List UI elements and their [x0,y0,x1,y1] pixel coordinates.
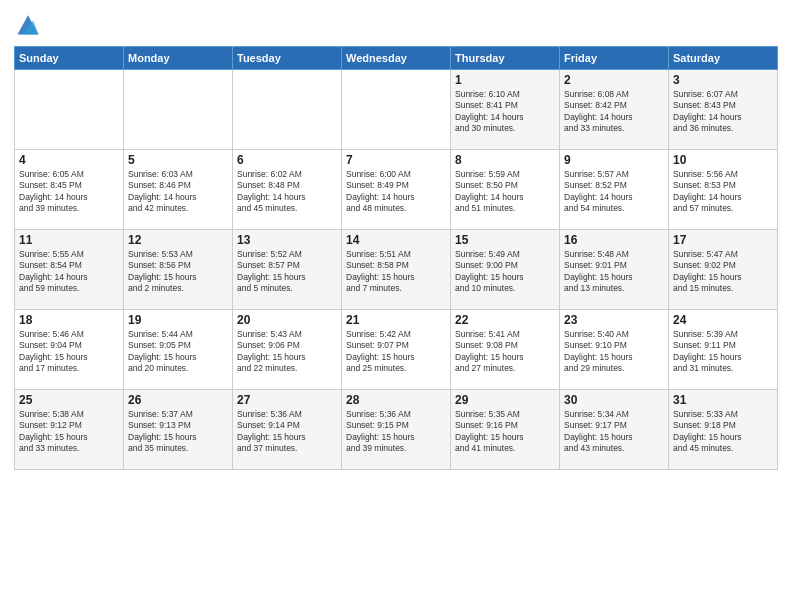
day-info: Sunrise: 5:37 AM Sunset: 9:13 PM Dayligh… [128,409,228,455]
day-info: Sunrise: 5:55 AM Sunset: 8:54 PM Dayligh… [19,249,119,295]
calendar-week-5: 25Sunrise: 5:38 AM Sunset: 9:12 PM Dayli… [15,390,778,470]
day-info: Sunrise: 6:03 AM Sunset: 8:46 PM Dayligh… [128,169,228,215]
calendar-cell: 15Sunrise: 5:49 AM Sunset: 9:00 PM Dayli… [451,230,560,310]
calendar-cell: 28Sunrise: 5:36 AM Sunset: 9:15 PM Dayli… [342,390,451,470]
day-info: Sunrise: 5:43 AM Sunset: 9:06 PM Dayligh… [237,329,337,375]
day-number: 30 [564,393,664,407]
calendar-cell: 21Sunrise: 5:42 AM Sunset: 9:07 PM Dayli… [342,310,451,390]
weekday-header-saturday: Saturday [669,47,778,70]
day-number: 23 [564,313,664,327]
weekday-header-monday: Monday [124,47,233,70]
calendar-cell: 13Sunrise: 5:52 AM Sunset: 8:57 PM Dayli… [233,230,342,310]
weekday-header-row: SundayMondayTuesdayWednesdayThursdayFrid… [15,47,778,70]
day-info: Sunrise: 6:07 AM Sunset: 8:43 PM Dayligh… [673,89,773,135]
day-number: 31 [673,393,773,407]
day-number: 24 [673,313,773,327]
day-number: 27 [237,393,337,407]
day-info: Sunrise: 5:36 AM Sunset: 9:14 PM Dayligh… [237,409,337,455]
day-number: 13 [237,233,337,247]
day-info: Sunrise: 5:42 AM Sunset: 9:07 PM Dayligh… [346,329,446,375]
calendar-cell: 24Sunrise: 5:39 AM Sunset: 9:11 PM Dayli… [669,310,778,390]
day-number: 2 [564,73,664,87]
calendar-week-2: 4Sunrise: 6:05 AM Sunset: 8:45 PM Daylig… [15,150,778,230]
day-number: 14 [346,233,446,247]
day-number: 16 [564,233,664,247]
day-info: Sunrise: 5:57 AM Sunset: 8:52 PM Dayligh… [564,169,664,215]
calendar-cell: 9Sunrise: 5:57 AM Sunset: 8:52 PM Daylig… [560,150,669,230]
day-number: 15 [455,233,555,247]
calendar-header: SundayMondayTuesdayWednesdayThursdayFrid… [15,47,778,70]
header [14,10,778,38]
page-container: SundayMondayTuesdayWednesdayThursdayFrid… [0,0,792,478]
calendar-cell: 31Sunrise: 5:33 AM Sunset: 9:18 PM Dayli… [669,390,778,470]
calendar-cell: 4Sunrise: 6:05 AM Sunset: 8:45 PM Daylig… [15,150,124,230]
calendar-cell: 29Sunrise: 5:35 AM Sunset: 9:16 PM Dayli… [451,390,560,470]
day-info: Sunrise: 5:35 AM Sunset: 9:16 PM Dayligh… [455,409,555,455]
day-number: 25 [19,393,119,407]
day-number: 7 [346,153,446,167]
day-number: 6 [237,153,337,167]
calendar-cell: 30Sunrise: 5:34 AM Sunset: 9:17 PM Dayli… [560,390,669,470]
day-info: Sunrise: 6:10 AM Sunset: 8:41 PM Dayligh… [455,89,555,135]
calendar-cell: 1Sunrise: 6:10 AM Sunset: 8:41 PM Daylig… [451,70,560,150]
weekday-header-wednesday: Wednesday [342,47,451,70]
calendar-cell: 27Sunrise: 5:36 AM Sunset: 9:14 PM Dayli… [233,390,342,470]
calendar-cell [233,70,342,150]
day-info: Sunrise: 5:49 AM Sunset: 9:00 PM Dayligh… [455,249,555,295]
calendar-cell: 3Sunrise: 6:07 AM Sunset: 8:43 PM Daylig… [669,70,778,150]
day-number: 9 [564,153,664,167]
day-info: Sunrise: 5:40 AM Sunset: 9:10 PM Dayligh… [564,329,664,375]
day-info: Sunrise: 5:41 AM Sunset: 9:08 PM Dayligh… [455,329,555,375]
day-info: Sunrise: 6:08 AM Sunset: 8:42 PM Dayligh… [564,89,664,135]
day-number: 26 [128,393,228,407]
weekday-header-sunday: Sunday [15,47,124,70]
calendar-cell: 23Sunrise: 5:40 AM Sunset: 9:10 PM Dayli… [560,310,669,390]
day-info: Sunrise: 5:59 AM Sunset: 8:50 PM Dayligh… [455,169,555,215]
calendar-cell: 22Sunrise: 5:41 AM Sunset: 9:08 PM Dayli… [451,310,560,390]
calendar-cell: 2Sunrise: 6:08 AM Sunset: 8:42 PM Daylig… [560,70,669,150]
day-number: 11 [19,233,119,247]
day-number: 12 [128,233,228,247]
day-info: Sunrise: 5:33 AM Sunset: 9:18 PM Dayligh… [673,409,773,455]
weekday-header-thursday: Thursday [451,47,560,70]
day-info: Sunrise: 5:46 AM Sunset: 9:04 PM Dayligh… [19,329,119,375]
calendar-cell: 17Sunrise: 5:47 AM Sunset: 9:02 PM Dayli… [669,230,778,310]
day-info: Sunrise: 5:48 AM Sunset: 9:01 PM Dayligh… [564,249,664,295]
day-info: Sunrise: 5:36 AM Sunset: 9:15 PM Dayligh… [346,409,446,455]
day-number: 17 [673,233,773,247]
calendar-cell: 5Sunrise: 6:03 AM Sunset: 8:46 PM Daylig… [124,150,233,230]
day-number: 21 [346,313,446,327]
day-number: 5 [128,153,228,167]
day-number: 22 [455,313,555,327]
weekday-header-tuesday: Tuesday [233,47,342,70]
day-number: 19 [128,313,228,327]
day-info: Sunrise: 5:56 AM Sunset: 8:53 PM Dayligh… [673,169,773,215]
day-info: Sunrise: 5:39 AM Sunset: 9:11 PM Dayligh… [673,329,773,375]
calendar-table: SundayMondayTuesdayWednesdayThursdayFrid… [14,46,778,470]
calendar-cell: 14Sunrise: 5:51 AM Sunset: 8:58 PM Dayli… [342,230,451,310]
day-info: Sunrise: 6:05 AM Sunset: 8:45 PM Dayligh… [19,169,119,215]
day-info: Sunrise: 5:51 AM Sunset: 8:58 PM Dayligh… [346,249,446,295]
day-number: 10 [673,153,773,167]
calendar-cell: 26Sunrise: 5:37 AM Sunset: 9:13 PM Dayli… [124,390,233,470]
weekday-header-friday: Friday [560,47,669,70]
day-number: 8 [455,153,555,167]
calendar-cell: 18Sunrise: 5:46 AM Sunset: 9:04 PM Dayli… [15,310,124,390]
day-number: 28 [346,393,446,407]
calendar-cell: 10Sunrise: 5:56 AM Sunset: 8:53 PM Dayli… [669,150,778,230]
calendar-cell [342,70,451,150]
logo [14,10,46,38]
calendar-cell: 19Sunrise: 5:44 AM Sunset: 9:05 PM Dayli… [124,310,233,390]
calendar-week-4: 18Sunrise: 5:46 AM Sunset: 9:04 PM Dayli… [15,310,778,390]
calendar-cell: 16Sunrise: 5:48 AM Sunset: 9:01 PM Dayli… [560,230,669,310]
calendar-cell: 7Sunrise: 6:00 AM Sunset: 8:49 PM Daylig… [342,150,451,230]
day-number: 4 [19,153,119,167]
calendar-cell: 12Sunrise: 5:53 AM Sunset: 8:56 PM Dayli… [124,230,233,310]
day-info: Sunrise: 6:02 AM Sunset: 8:48 PM Dayligh… [237,169,337,215]
day-info: Sunrise: 5:34 AM Sunset: 9:17 PM Dayligh… [564,409,664,455]
day-info: Sunrise: 5:47 AM Sunset: 9:02 PM Dayligh… [673,249,773,295]
calendar-body: 1Sunrise: 6:10 AM Sunset: 8:41 PM Daylig… [15,70,778,470]
day-info: Sunrise: 5:44 AM Sunset: 9:05 PM Dayligh… [128,329,228,375]
day-number: 18 [19,313,119,327]
day-info: Sunrise: 5:38 AM Sunset: 9:12 PM Dayligh… [19,409,119,455]
